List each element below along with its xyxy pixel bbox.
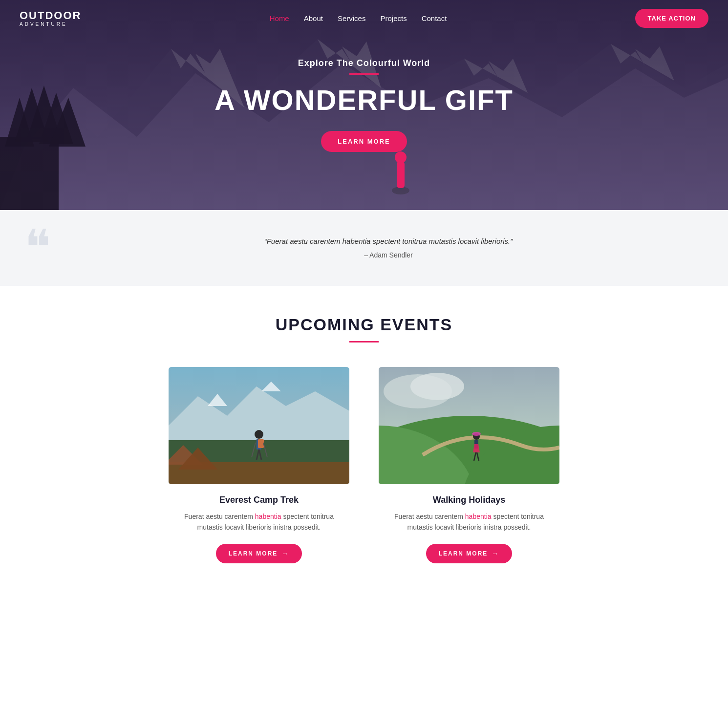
quote-content: “Fuerat aestu carentem habentia spectent…: [88, 237, 689, 259]
event-title-2: Walking Holidays: [379, 495, 559, 505]
quote-text: “Fuerat aestu carentem habentia spectent…: [88, 237, 689, 245]
event-desc-1: Fuerat aestu carentem habentia spectent …: [169, 511, 349, 533]
logo-bottom: ADVENTURE: [20, 21, 81, 27]
svg-rect-24: [258, 439, 264, 448]
hero-learn-more-button[interactable]: LEARN MORE: [321, 131, 407, 152]
event-1-learn-more-button[interactable]: LEARN MORE: [216, 544, 302, 563]
quote-section: ❝ “Fuerat aestu carentem habentia specte…: [0, 210, 728, 286]
nav-item-services[interactable]: Services: [338, 14, 366, 23]
quote-author: – Adam Sendler: [88, 251, 689, 259]
events-section: UPCOMING EVENTS: [0, 286, 728, 593]
event-2-image-svg: [379, 367, 559, 484]
nav-link-home[interactable]: Home: [270, 14, 289, 22]
nav-link-about[interactable]: About: [304, 14, 323, 22]
svg-point-43: [472, 432, 481, 436]
event-1-image-svg: [169, 367, 349, 484]
nav-link-services[interactable]: Services: [338, 14, 366, 22]
nav-item-contact[interactable]: Contact: [422, 14, 447, 23]
nav-link-contact[interactable]: Contact: [422, 14, 447, 22]
nav-item-projects[interactable]: Projects: [380, 14, 407, 23]
event-card-1: Everest Camp Trek Fuerat aestu carentem …: [169, 367, 349, 563]
event-image-2: [379, 367, 559, 484]
event-2-learn-more-button[interactable]: LEARN MORE: [426, 544, 513, 563]
nav-links: Home About Services Projects Contact: [270, 14, 447, 23]
svg-point-37: [410, 373, 464, 400]
hero-content: Explore The Colourful World A WONDERFUL …: [214, 58, 514, 152]
event-image-1: [169, 367, 349, 484]
event-desc-1-highlight: habentia: [255, 513, 281, 520]
events-section-divider: [349, 341, 379, 342]
hero-title: A WONDERFUL GIFT: [214, 84, 514, 116]
event-desc-2: Fuerat aestu carentem habentia spectent …: [379, 511, 559, 533]
event-card-2: Walking Holidays Fuerat aestu carentem h…: [379, 367, 559, 563]
svg-rect-15: [397, 161, 405, 188]
svg-point-22: [255, 430, 263, 439]
logo-top: OUTDOOR: [20, 10, 81, 21]
nav-link-projects[interactable]: Projects: [380, 14, 407, 22]
nav-item-about[interactable]: About: [304, 14, 323, 23]
logo: OUTDOOR ADVENTURE: [20, 10, 81, 27]
event-desc-2-highlight: habentia: [465, 513, 492, 520]
hero-subtitle: Explore The Colourful World: [214, 58, 514, 68]
take-action-button[interactable]: TAKE ACTION: [635, 9, 708, 28]
nav-item-home[interactable]: Home: [270, 14, 289, 23]
svg-point-16: [395, 151, 407, 163]
events-grid: Everest Camp Trek Fuerat aestu carentem …: [20, 367, 708, 563]
navbar: OUTDOOR ADVENTURE Home About Services Pr…: [0, 0, 728, 37]
event-title-1: Everest Camp Trek: [169, 495, 349, 505]
quote-icon: ❝: [24, 224, 51, 273]
events-section-title: UPCOMING EVENTS: [20, 315, 708, 334]
hero-divider: [349, 73, 379, 75]
